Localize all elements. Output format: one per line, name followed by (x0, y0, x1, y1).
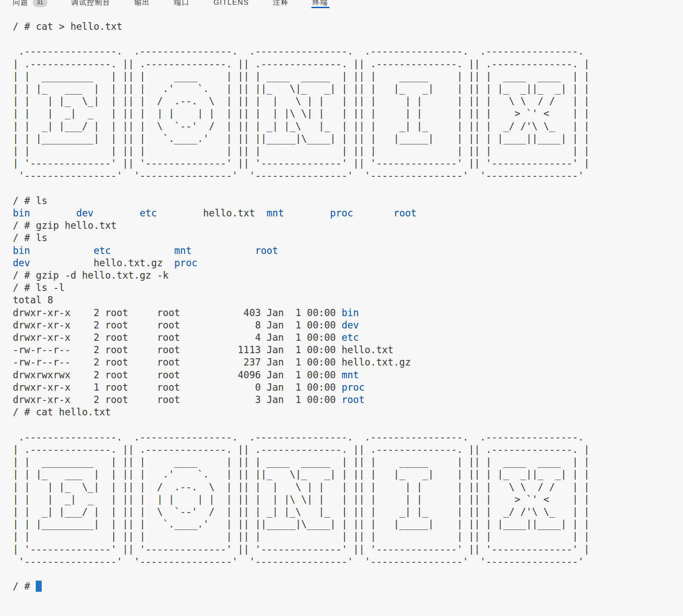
terminal-text (30, 245, 94, 256)
terminal-line: | | | _| _ | || | | | | | | || | | |\ \|… (13, 493, 683, 506)
directory-name: dev (13, 257, 30, 268)
terminal-text: drwxr-xr-x 1 root root 0 Jan 1 00:00 (13, 382, 342, 393)
directory-name: bin (13, 207, 30, 219)
terminal-line: | | |_ ___ | | || | .' `. | || ||_ \|_ _… (13, 83, 683, 95)
tab-gitlens[interactable]: GITLENS (214, 0, 249, 8)
terminal-text: drwxrwxrwx 2 root root 4096 Jan 1 00:00 (13, 369, 342, 380)
terminal-line: '----------------' '----------------' '-… (13, 556, 683, 568)
terminal-line: drwxr-xr-x 1 root root 0 Jan 1 00:00 pro… (13, 381, 683, 394)
terminal-text: drwxr-xr-x 2 root root 3 Jan 1 00:00 (13, 394, 342, 405)
directory-name: root (393, 207, 416, 219)
problems-count-badge: 31 (33, 0, 47, 7)
terminal-text: drwxr-xr-x 2 root root 403 Jan 1 00:00 (13, 307, 342, 318)
terminal-text: hello.txt (203, 207, 267, 219)
terminal-line: | | _| |___/ | | || | \ `--' / | || | _|… (13, 120, 683, 132)
terminal-text (30, 257, 94, 268)
terminal-line: | | |_________| | || | `.____.' | || ||_… (13, 518, 683, 530)
terminal-text: / # (13, 581, 36, 592)
terminal-line: / # ls (13, 195, 683, 207)
terminal-line: drwxr-xr-x 2 root root 8 Jan 1 00:00 dev (13, 319, 683, 331)
terminal-line: | | | || | | || | | || | | || | | | (13, 530, 683, 543)
terminal-line: | | _________ | || | ____ | || | ____ __… (13, 456, 683, 468)
terminal-line: / # ls -l (13, 282, 683, 294)
tab-label: 问题 (13, 0, 29, 8)
terminal-line: -rw-r--r-- 2 root root 237 Jan 1 00:00 h… (13, 356, 683, 368)
directory-name: etc (140, 207, 157, 219)
terminal-line: dev hello.txt.gz proc (13, 257, 683, 269)
directory-name: mnt (342, 369, 359, 380)
directory-name: etc (342, 332, 359, 343)
terminal-line (13, 419, 683, 431)
tab-label: 端口 (174, 0, 190, 8)
terminal-line: drwxr-xr-x 2 root root 3 Jan 1 00:00 roo… (13, 394, 683, 406)
terminal-line: | | |_ ___ | | || | .' `. | || ||_ \|_ _… (13, 468, 683, 481)
terminal-line: total 8 (13, 294, 683, 306)
terminal-line (13, 568, 683, 580)
terminal-line: | | | _| _ | || | | | | | | || | | |\ \|… (13, 107, 683, 120)
directory-name: proc (330, 207, 353, 219)
terminal-text (111, 245, 174, 256)
terminal-line: .----------------. .----------------. .-… (13, 45, 683, 58)
tab-output[interactable]: 输出 (135, 0, 150, 8)
terminal-line: / # ls (13, 232, 683, 244)
terminal-text (94, 207, 140, 219)
directory-name: mnt (267, 207, 284, 219)
terminal-line: / # gzip -d hello.txt.gz -k (13, 269, 683, 282)
terminal-line: | | |_________| | || | `.____.' | || ||_… (13, 132, 683, 145)
directory-name: bin (13, 245, 30, 256)
terminal-line: | | _________ | || | ____ | || | ____ __… (13, 70, 683, 83)
terminal-line: drwxr-xr-x 2 root root 4 Jan 1 00:00 etc (13, 331, 683, 344)
terminal-line (13, 182, 683, 195)
terminal-text: drwxr-xr-x 2 root root 8 Jan 1 00:00 (13, 320, 342, 331)
directory-name: mnt (174, 245, 192, 256)
terminal-cursor (36, 581, 42, 592)
terminal-line: | | | |_ \_| | || | / .--. \ | || | | \ … (13, 481, 683, 493)
tab-label: 注释 (273, 0, 289, 8)
tab-label: GITLENS (214, 0, 249, 8)
terminal-text (30, 207, 76, 219)
tab-comments[interactable]: 注释 (273, 0, 289, 8)
tab-problems[interactable]: 问题31 (13, 0, 47, 8)
terminal-line: | | | || | | || | | || | | || | | | (13, 145, 683, 157)
directory-name: bin (342, 307, 359, 318)
tab-debug-console[interactable]: 调试控制台 (71, 0, 111, 8)
panel-tab-bar: 问题31调试控制台输出端口GITLENS注释终端 (0, 0, 683, 9)
terminal-line (13, 33, 683, 45)
active-tab-underline (311, 7, 330, 8)
terminal[interactable]: / # cat > hello.txt .----------------. .… (0, 9, 683, 616)
terminal-line: / # cat hello.txt (13, 406, 683, 418)
terminal-text (284, 207, 330, 219)
directory-name: root (255, 245, 278, 256)
tab-ports[interactable]: 端口 (174, 0, 190, 8)
terminal-line: .----------------. .----------------. .-… (13, 431, 683, 443)
terminal-line: bin etc mnt root (13, 245, 683, 257)
terminal-line: / # gzip hello.txt (13, 219, 683, 232)
terminal-line: '----------------' '----------------' '-… (13, 170, 683, 182)
terminal-text: drwxr-xr-x 2 root root 4 Jan 1 00:00 (13, 332, 342, 343)
directory-name: dev (342, 320, 359, 331)
terminal-text (192, 245, 255, 256)
directory-name: proc (342, 382, 364, 393)
terminal-line: | '--------------' || '--------------' |… (13, 157, 683, 170)
terminal-line: | .--------------. || .--------------. |… (13, 443, 683, 456)
directory-name: root (342, 394, 364, 405)
terminal-line: | | _| |___/ | | || | \ `--' / | || | _|… (13, 506, 683, 518)
terminal-text (353, 207, 393, 219)
tab-label: 调试控制台 (71, 0, 111, 8)
terminal-line: | | | |_ \_| | || | / .--. \ | || | | \ … (13, 95, 683, 107)
tab-label: 输出 (135, 0, 150, 8)
terminal-line: drwxrwxrwx 2 root root 4096 Jan 1 00:00 … (13, 369, 683, 381)
terminal-line: / # cat > hello.txt (13, 20, 683, 33)
terminal-line: | .--------------. || .--------------. |… (13, 58, 683, 70)
terminal-text (157, 207, 203, 219)
terminal-line: -rw-r--r-- 2 root root 1113 Jan 1 00:00 … (13, 344, 683, 356)
tab-terminal[interactable]: 终端 (313, 0, 328, 8)
terminal-line: | '--------------' || '--------------' |… (13, 543, 683, 556)
directory-name: etc (94, 245, 111, 256)
terminal-line: drwxr-xr-x 2 root root 403 Jan 1 00:00 b… (13, 307, 683, 319)
directory-name: dev (76, 207, 94, 219)
terminal-text: hello.txt.gz (94, 257, 175, 268)
panel-tabs: 问题31调试控制台输出端口GITLENS注释终端 (0, 0, 683, 8)
terminal-line: bin dev etc hello.txt mnt proc root (13, 207, 683, 219)
directory-name: proc (174, 257, 197, 268)
